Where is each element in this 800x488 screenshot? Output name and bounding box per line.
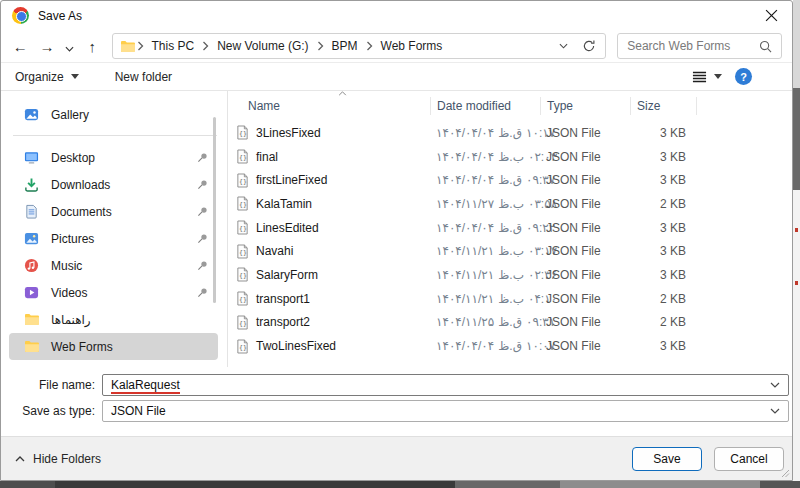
svg-text:{}: {}: [239, 344, 247, 352]
file-name: TwoLinesFixed: [256, 339, 336, 353]
file-size: 2 KB: [630, 197, 696, 211]
hide-folders-button[interactable]: Hide Folders: [15, 452, 101, 466]
svg-text:{}: {}: [239, 225, 247, 233]
sidebar-item-label: Documents: [51, 205, 112, 219]
file-row[interactable]: {}TwoLinesFixed۱۴۰۴/۰۴/۰۴ق.ظ۱۰:۰۷JSON Fi…: [228, 334, 792, 358]
breadcrumb-item-this-pc[interactable]: This PC: [145, 39, 202, 53]
sidebar-item-downloads[interactable]: Downloads: [9, 171, 218, 198]
file-type: JSON File: [540, 126, 630, 140]
file-row[interactable]: {}Navahi۱۴۰۴/۱۱/۲۱ب.ظ۰۳:۱۷JSON File3 KB: [228, 239, 792, 263]
address-dropdown-button[interactable]: [559, 43, 568, 49]
file-size: 2 KB: [630, 292, 696, 306]
svg-text:{}: {}: [239, 131, 247, 139]
chevron-down-icon: [714, 74, 722, 79]
background-window-edge: [793, 0, 800, 481]
forward-button[interactable]: →: [34, 38, 61, 55]
close-button[interactable]: [750, 1, 792, 30]
folder-icon: [120, 40, 136, 53]
file-row[interactable]: {}LinesEdited۱۴۰۴/۰۴/۰۴ق.ظ۰۹:۲۲JSON File…: [228, 216, 792, 240]
sidebar-item-label: Music: [51, 259, 82, 273]
sidebar-item-label: Pictures: [51, 232, 94, 246]
search-icon: [759, 40, 772, 53]
new-folder-button[interactable]: New folder: [115, 70, 172, 84]
pin-icon: [197, 287, 208, 298]
resize-grip-icon[interactable]: [781, 469, 790, 478]
sidebar-item-music[interactable]: Music: [9, 252, 218, 279]
column-header-spacer: [696, 97, 792, 115]
up-button[interactable]: ↑: [79, 38, 106, 55]
column-header-date-modified[interactable]: Date modified: [430, 97, 540, 115]
file-date-modified: ۱۴۰۴/۱۱/۲۱ب.ظ۰۴:۱۰: [430, 292, 540, 306]
file-size: 3 KB: [630, 126, 696, 140]
file-date-modified: ۱۴۰۴/۱۱/۲۱ب.ظ۰۳:۱۷: [430, 244, 540, 258]
gallery-icon: [23, 107, 40, 122]
file-row[interactable]: {}firstLineFixed۱۴۰۴/۰۴/۰۴ق.ظ۰۹:۳۷JSON F…: [228, 168, 792, 192]
file-row[interactable]: {}SalaryForm۱۴۰۴/۱۱/۲۱ب.ظ۰۲:۳۶JSON File3…: [228, 263, 792, 287]
view-mode-button[interactable]: [692, 71, 722, 83]
search-input[interactable]: Search Web Forms: [617, 33, 782, 59]
sidebar-item-videos[interactable]: Videos: [9, 279, 218, 306]
chevron-down-icon: [770, 408, 780, 414]
file-size: 3 KB: [630, 244, 696, 258]
pin-icon: [197, 152, 208, 163]
file-name-value: KalaRequest: [111, 378, 180, 394]
file-row[interactable]: {}final۱۴۰۴/۰۴/۰۴ب.ظ۰۲:۰۳JSON File3 KB: [228, 145, 792, 169]
search-placeholder: Search Web Forms: [627, 39, 759, 53]
sidebar-item-web-forms[interactable]: Web Forms: [9, 333, 218, 360]
save-button[interactable]: Save: [632, 447, 702, 471]
address-bar[interactable]: This PCNew Volume (G:)BPMWeb Forms: [112, 33, 607, 59]
chevron-up-icon: [15, 456, 25, 462]
recent-locations-button[interactable]: [60, 41, 79, 52]
save-as-type-label: Save as type:: [1, 404, 102, 418]
navigation-bar: ← → ↑ This PCNew Volume (G:)BPMWeb Forms…: [1, 30, 792, 62]
column-header-size[interactable]: Size: [630, 97, 696, 115]
file-date-modified: ۱۴۰۴/۰۴/۰۴ق.ظ۱۰:۰۷: [430, 339, 540, 353]
save-as-type-select[interactable]: JSON File: [102, 400, 789, 422]
file-name-input[interactable]: KalaRequest: [102, 374, 789, 396]
file-name: SalaryForm: [256, 268, 318, 282]
file-row[interactable]: {}transport1۱۴۰۴/۱۱/۲۱ب.ظ۰۴:۱۰JSON File2…: [228, 287, 792, 311]
chevron-down-icon: [71, 74, 79, 79]
folder-icon: [23, 313, 40, 326]
breadcrumb-item-web-forms[interactable]: Web Forms: [374, 39, 450, 53]
file-name: final: [256, 150, 278, 164]
cancel-button[interactable]: Cancel: [714, 447, 784, 471]
file-size: 2 KB: [630, 315, 696, 329]
json-file-icon: {}: [236, 244, 249, 259]
dialog-title: Save As: [38, 9, 82, 23]
folder-icon: [23, 340, 40, 353]
downloads-icon: [23, 177, 40, 192]
file-name-label: File name:: [1, 378, 102, 392]
sidebar-item-pictures[interactable]: Pictures: [9, 225, 218, 252]
file-name: 3LinesFixed: [256, 126, 321, 140]
column-header-type[interactable]: Type: [540, 97, 630, 115]
file-size: 3 KB: [630, 150, 696, 164]
sidebar-item-label: Web Forms: [51, 340, 113, 354]
breadcrumb-item-new-volume-g-[interactable]: New Volume (G:): [210, 39, 315, 53]
file-row[interactable]: {}3LinesFixed۱۴۰۴/۰۴/۰۴ق.ظ۱۰:۱۷JSON File…: [228, 121, 792, 145]
svg-text:{}: {}: [239, 249, 247, 257]
organize-button[interactable]: Organize: [15, 70, 79, 84]
documents-icon: [23, 204, 40, 219]
sidebar-item-desktop[interactable]: Desktop: [9, 144, 218, 171]
back-button[interactable]: ←: [7, 38, 34, 55]
help-button[interactable]: ?: [735, 68, 752, 85]
file-type: JSON File: [540, 244, 630, 258]
breadcrumb-item-bpm[interactable]: BPM: [325, 39, 365, 53]
file-row[interactable]: {}KalaTamin۱۴۰۴/۱۱/۲۷ب.ظ۰۳:۵۸JSON File2 …: [228, 192, 792, 216]
file-name: transport2: [256, 315, 310, 329]
sidebar-item-راهنماها[interactable]: راهنماها: [9, 306, 218, 333]
sidebar-scrollbar[interactable]: [213, 117, 216, 303]
refresh-icon: [582, 39, 596, 53]
json-file-icon: {}: [236, 291, 249, 306]
title-bar: Save As: [1, 1, 792, 30]
file-row[interactable]: {}transport2۱۴۰۴/۱۱/۲۵ق.ظ۰۹:۳۱JSON File2…: [228, 311, 792, 335]
column-header-name[interactable]: Name: [228, 97, 430, 115]
videos-icon: [23, 285, 40, 300]
refresh-button[interactable]: [582, 39, 596, 53]
sidebar-item-gallery[interactable]: Gallery: [9, 101, 218, 128]
file-date-modified: ۱۴۰۴/۰۴/۰۴ق.ظ۰۹:۲۲: [430, 221, 540, 235]
command-toolbar: Organize New folder ?: [1, 62, 792, 91]
sidebar-item-documents[interactable]: Documents: [9, 198, 218, 225]
json-file-icon: {}: [236, 220, 249, 235]
